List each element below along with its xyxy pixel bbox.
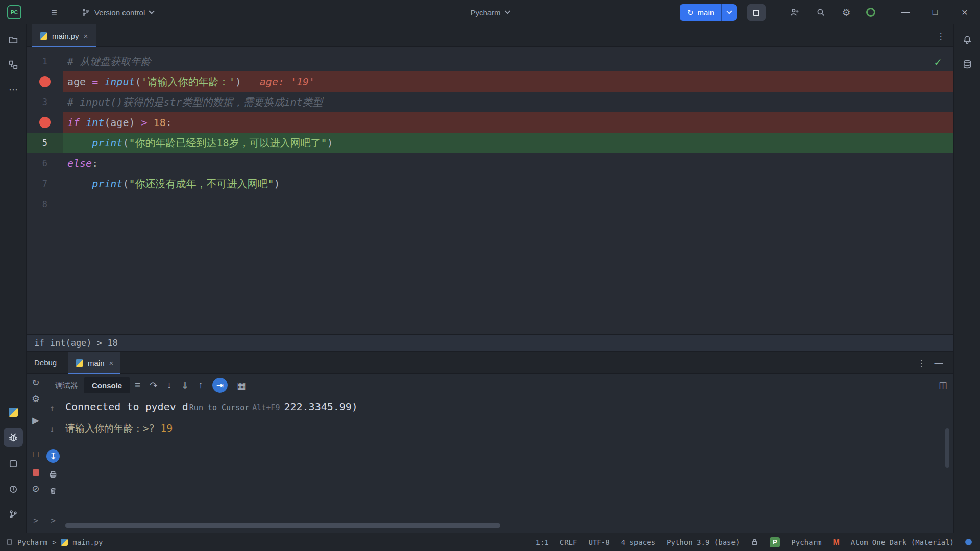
ide-name[interactable]: Pycharm (791, 538, 821, 546)
force-step-into-icon[interactable]: ⇓ (181, 380, 189, 391)
editor-gutter[interactable]: 3 (27, 92, 63, 112)
console-text: Connected to pydev d (65, 400, 188, 413)
debugger-view-tab[interactable]: 调试器 (55, 374, 78, 396)
database-icon[interactable] (960, 57, 974, 71)
file-encoding[interactable]: UTF-8 (588, 538, 609, 546)
clear-console-icon[interactable] (46, 484, 60, 497)
console-vertical-scrollbar[interactable] (945, 428, 949, 468)
project-folder-icon[interactable] (6, 33, 20, 47)
window-close-button[interactable]: × (958, 5, 972, 19)
project-menu[interactable]: Pycharm (470, 0, 509, 24)
more-tools-icon[interactable]: ⋯ (6, 83, 20, 97)
run-configuration-chip: ↻ main (680, 4, 737, 21)
run-config-dropdown[interactable] (721, 4, 737, 21)
editor-gutter[interactable]: 8 (27, 194, 63, 214)
mute-breakpoints-icon[interactable]: ⊘ (29, 482, 42, 495)
breakpoint-dot[interactable] (39, 76, 51, 87)
editor-gutter[interactable]: 5 (27, 133, 63, 153)
problems-icon[interactable] (6, 482, 20, 496)
window-minimize-button[interactable]: — (898, 5, 913, 19)
layout-settings-icon[interactable]: ◫ (939, 374, 947, 396)
evaluate-expression-icon[interactable]: ▦ (237, 380, 246, 391)
search-icon[interactable] (814, 5, 828, 19)
python-console-icon[interactable] (6, 405, 20, 419)
editor-gutter[interactable]: 4 (27, 112, 63, 133)
code-line[interactable]: else: (63, 153, 953, 173)
notifications-bell-icon[interactable] (960, 33, 974, 47)
debug-minimize-icon[interactable]: — (933, 358, 944, 369)
debug-session-tab[interactable]: main × (68, 352, 120, 374)
step-out-icon[interactable]: ↑ (198, 380, 203, 391)
breadcrumb-file[interactable]: main.py (72, 538, 103, 546)
code-line[interactable]: if int(age) > 18: (63, 112, 953, 133)
run-to-cursor-icon[interactable]: ⇥ (212, 378, 228, 393)
code-line[interactable]: print("你还没有成年，不可进入网吧") (63, 173, 953, 194)
pycharm-logo-icon[interactable]: PC (7, 5, 21, 19)
git-tool-icon[interactable] (6, 507, 20, 521)
tab-main-py[interactable]: main.py × (32, 24, 96, 47)
console-history-down-icon[interactable]: ↓ (47, 423, 57, 434)
status-breadcrumb[interactable]: Pycharm > main.py (6, 538, 103, 546)
indent-setting[interactable]: 4 spaces (621, 538, 655, 546)
debug-tab-close-icon[interactable]: × (109, 359, 114, 367)
version-control-widget[interactable]: Version control (82, 0, 154, 24)
rerun-debug-icon[interactable]: ↻ (29, 376, 42, 389)
python-interpreter[interactable]: Python 3.9 (base) (667, 538, 740, 546)
status-indicator-dot[interactable] (965, 539, 972, 545)
lock-icon[interactable] (751, 538, 758, 546)
line-number: 1 (27, 51, 63, 71)
view-breakpoints-icon[interactable]: □ (29, 447, 42, 461)
view-options-icon[interactable]: ≡ (135, 380, 140, 391)
stop-icon[interactable] (29, 466, 42, 479)
breadcrumb-project[interactable]: Pycharm (17, 538, 47, 546)
run-main-button[interactable]: ↻ main (680, 4, 721, 21)
resume-icon[interactable]: ▶ (29, 414, 42, 427)
breadcrumb-separator: > (52, 538, 56, 546)
line-ending[interactable]: CRLF (560, 538, 577, 546)
settings-gear-icon[interactable]: ⚙ (839, 5, 853, 19)
editor-gutter[interactable]: 7 (27, 173, 63, 194)
expand-chevron-icon[interactable]: > (48, 516, 58, 525)
editor-line: 1# 从键盘获取年龄 (27, 51, 953, 71)
theme-name[interactable]: Atom One Dark (Material) (851, 538, 954, 546)
code-line[interactable]: # 从键盘获取年龄 (63, 51, 953, 71)
console-history-up-icon[interactable]: ↑ (47, 403, 57, 413)
material-theme-icon[interactable]: M (832, 538, 839, 547)
editor-gutter[interactable]: 2 (27, 71, 63, 92)
window-maximize-button[interactable]: □ (928, 5, 942, 19)
console-prompt-line[interactable]: 请输入你的年龄：>? 19 (65, 422, 173, 435)
code-line[interactable] (63, 194, 953, 214)
code-line[interactable]: print("你的年龄已经到达18岁，可以进入网吧了") (63, 133, 953, 153)
code-editor[interactable]: 1# 从键盘获取年龄2age = input('请输入你的年龄：') age: … (27, 47, 953, 334)
structure-icon[interactable] (6, 58, 20, 72)
inspections-ok-icon[interactable]: ✓ (934, 56, 942, 68)
caret-position[interactable]: 1:1 (535, 538, 548, 546)
stop-button[interactable] (747, 4, 766, 21)
scroll-to-end-glyph: ↧ (49, 450, 57, 462)
debug-tab-label: main (88, 359, 105, 367)
services-icon[interactable] (6, 457, 20, 471)
print-console-icon[interactable] (46, 468, 60, 481)
pycharm-plugin-badge[interactable]: P (770, 537, 780, 547)
step-over-icon[interactable]: ↷ (150, 380, 158, 391)
expand-chevron-icon[interactable]: > (31, 516, 41, 525)
editor-gutter[interactable]: 1 (27, 51, 63, 71)
line-number: 3 (27, 92, 63, 112)
scroll-to-end-icon[interactable]: ↧ (46, 449, 60, 463)
code-line[interactable]: # input()获得的是str类型的数据，需要换成int类型 (63, 92, 953, 112)
code-line[interactable]: age = input('请输入你的年龄：') age: '19' (63, 71, 953, 92)
step-into-icon[interactable]: ↓ (167, 380, 172, 391)
add-user-icon[interactable] (787, 5, 801, 19)
breakpoint-dot[interactable] (39, 117, 51, 128)
console-horizontal-scrollbar[interactable] (65, 523, 500, 528)
profile-avatar[interactable] (866, 8, 875, 17)
debug-settings-icon[interactable]: ⚙ (29, 392, 42, 406)
tab-close-icon[interactable]: × (84, 32, 88, 40)
tab-options-kebab-icon[interactable]: ⋮ (935, 31, 946, 42)
console-user-input: 19 (160, 422, 173, 434)
debug-options-kebab-icon[interactable]: ⋮ (916, 358, 927, 369)
main-menu-icon[interactable]: ≡ (47, 0, 61, 24)
console-view-tab[interactable]: Console (84, 377, 130, 393)
editor-gutter[interactable]: 6 (27, 153, 63, 173)
debug-tool-window-icon[interactable] (4, 428, 23, 447)
